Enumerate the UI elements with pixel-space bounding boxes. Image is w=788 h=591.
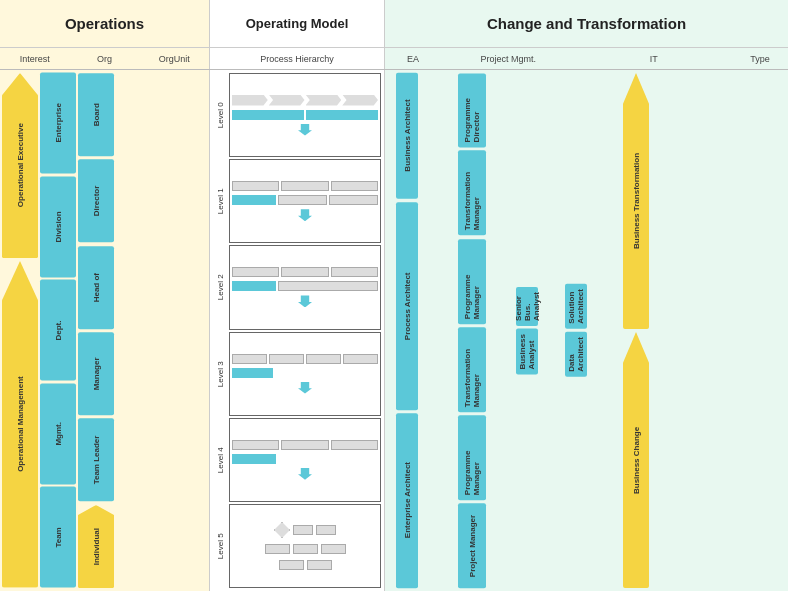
- om-level-2-box: [229, 245, 381, 329]
- ops-unit-headof: Head of: [78, 246, 114, 329]
- ct-type-biz-transform: Business Transformation: [623, 73, 649, 329]
- ct-pm-prog-director: Programme Director: [458, 73, 486, 147]
- ops-org-mgmt: Mgmt.: [40, 384, 76, 485]
- ct-it-data-architect: Data Architect: [565, 332, 587, 377]
- om-header: Operating Model: [210, 0, 385, 47]
- ops-org-dept: Dept.: [40, 280, 76, 381]
- ct-pm-column: Programme Director Transformation Manage…: [429, 73, 514, 588]
- ops-org-column: Enterprise Division Dept. Mgmt. Team: [40, 73, 76, 588]
- ops-title: Operations: [65, 15, 144, 32]
- ops-unit-board: Board: [78, 73, 114, 156]
- ops-org-enterprise: Enterprise: [40, 73, 76, 174]
- ops-org-division: Division: [40, 177, 76, 278]
- ops-unit-director: Director: [78, 159, 114, 242]
- body-row: Operational Executive Operational Manage…: [0, 70, 788, 591]
- om-body: Level 0 Level 1: [210, 70, 385, 591]
- ct-it-senior-analyst: Senior Bus. Analyst: [516, 287, 538, 326]
- om-title: Operating Model: [246, 16, 349, 31]
- ct-pm-proj-manager: Project Manager: [458, 503, 486, 588]
- ops-subheader: Interest Org OrgUnit: [0, 48, 210, 69]
- ct-ea-business-architect: Business Architect: [396, 73, 418, 199]
- ops-unit-teamleader: Team Leader: [78, 418, 114, 501]
- ct-type-biz-change: Business Change: [623, 332, 649, 588]
- om-level-1-box: [229, 159, 381, 243]
- om-level-5-box: [229, 504, 381, 588]
- om-level-4-box: [229, 418, 381, 502]
- ops-interest-column: Operational Executive Operational Manage…: [2, 73, 38, 588]
- ct-col-ea: EA: [385, 48, 441, 69]
- ct-ea-column: Business Architect Process Architect Ent…: [387, 73, 427, 588]
- ct-header: Change and Transformation: [385, 0, 788, 47]
- ct-pm-prog-manager2: Programme Manager: [458, 415, 486, 500]
- ct-col-it: IT: [575, 48, 732, 69]
- ops-interest-exec: Operational Executive: [2, 73, 38, 258]
- ops-header: Operations: [0, 0, 210, 47]
- main-layout: Operations Operating Model Change and Tr…: [0, 0, 788, 591]
- om-level-0-label: Level 0: [213, 73, 227, 157]
- ops-col-orgunit: OrgUnit: [139, 48, 209, 69]
- ct-pm-trans-manager2: Transformation Manager: [458, 327, 486, 412]
- ops-body: Operational Executive Operational Manage…: [0, 70, 210, 591]
- om-level-2-row: Level 2: [213, 245, 381, 329]
- ct-pm-trans-manager1: Transformation Manager: [458, 150, 486, 235]
- om-level-3-row: Level 3: [213, 332, 381, 416]
- ct-it-column: Senior Bus. Analyst Business Analyst Sol…: [516, 73, 611, 588]
- om-level-4-label: Level 4: [213, 418, 227, 502]
- ops-col-interest: Interest: [0, 48, 70, 69]
- om-level-2-label: Level 2: [213, 245, 227, 329]
- ops-interest-mgmt: Operational Management: [2, 261, 38, 588]
- om-level-0-row: Level 0: [213, 73, 381, 157]
- ct-ea-enterprise-architect: Enterprise Architect: [396, 413, 418, 588]
- ct-it-business-analyst: Business Analyst: [516, 329, 538, 375]
- ct-col-type: Type: [732, 48, 788, 69]
- om-level-5-label: Level 5: [213, 504, 227, 588]
- ops-org-team: Team: [40, 487, 76, 588]
- om-col-label: Process Hierarchy: [260, 54, 334, 64]
- ct-layout: Business Architect Process Architect Ent…: [385, 70, 788, 591]
- ct-it-solution-architect: Solution Architect: [565, 284, 587, 329]
- om-level-3-box: [229, 332, 381, 416]
- om-level-0-box: [229, 73, 381, 157]
- ct-ea-process-architect: Process Architect: [396, 202, 418, 410]
- ct-pm-prog-manager1: Programme Manager: [458, 239, 486, 324]
- ct-title: Change and Transformation: [487, 15, 686, 32]
- header-row: Operations Operating Model Change and Tr…: [0, 0, 788, 48]
- ct-type-column: Business Transformation Business Change: [613, 73, 658, 588]
- ops-unit-manager: Manager: [78, 332, 114, 415]
- om-subheader: Process Hierarchy: [210, 48, 385, 69]
- om-level-1-row: Level 1: [213, 159, 381, 243]
- om-level-3-label: Level 3: [213, 332, 227, 416]
- om-level-1-label: Level 1: [213, 159, 227, 243]
- ops-orgunit-column: Board Director Head of Manager Team Lead…: [78, 73, 114, 588]
- ops-unit-individual: Individual: [78, 505, 114, 588]
- ct-body: Business Architect Process Architect Ent…: [385, 70, 788, 591]
- ct-subheader: EA Project Mgmt. IT Type: [385, 48, 788, 69]
- om-level-4-row: Level 4: [213, 418, 381, 502]
- subheader-row: Interest Org OrgUnit Process Hierarchy E…: [0, 48, 788, 70]
- ops-col-org: Org: [70, 48, 140, 69]
- ct-col-pm: Project Mgmt.: [441, 48, 575, 69]
- om-level-5-row: Level 5: [213, 504, 381, 588]
